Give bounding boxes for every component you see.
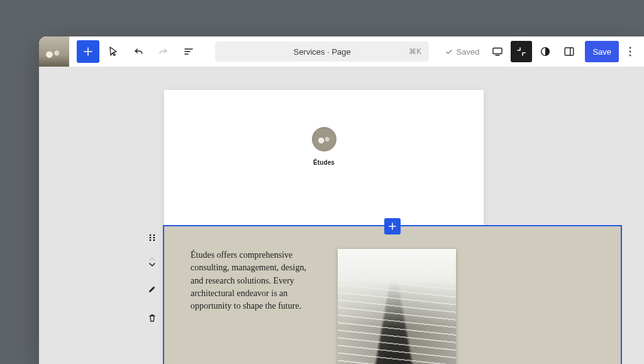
outline-icon — [182, 45, 195, 58]
view-desktop-button[interactable] — [487, 41, 508, 62]
block-tool-stack — [145, 230, 160, 326]
block-columns: Études offers comprehensive consulting, … — [164, 226, 621, 364]
styles-button[interactable] — [535, 41, 556, 62]
check-icon — [445, 47, 453, 56]
pointer-icon — [107, 45, 119, 58]
move-up-down[interactable] — [145, 255, 160, 268]
svg-rect-0 — [493, 48, 502, 54]
saved-indicator: Saved — [445, 47, 480, 57]
select-tool-button[interactable] — [102, 40, 125, 63]
desktop-icon — [491, 45, 504, 58]
plus-icon — [387, 221, 397, 231]
svg-point-4 — [629, 50, 631, 52]
block-paragraph[interactable]: Études offers comprehensive consulting, … — [191, 249, 314, 364]
svg-point-10 — [150, 240, 152, 241]
command-bar[interactable]: Services · Page ⌘K — [215, 41, 429, 62]
command-bar-shortcut: ⌘K — [409, 47, 421, 56]
edit-button[interactable] — [145, 282, 160, 297]
site-title[interactable]: Études — [313, 159, 335, 166]
sidebar-icon — [563, 45, 575, 58]
add-block-before-button[interactable] — [384, 218, 401, 234]
svg-rect-2 — [565, 48, 574, 55]
site-logo[interactable] — [312, 127, 336, 152]
undo-button[interactable] — [127, 40, 150, 63]
undo-icon — [132, 45, 145, 58]
saved-label: Saved — [457, 47, 480, 57]
edit-surface: Études Études offers comprehensive consu… — [39, 67, 644, 364]
chevron-down-icon — [148, 262, 156, 267]
delete-button[interactable] — [145, 311, 160, 326]
plus-icon — [82, 45, 94, 58]
contrast-icon — [539, 45, 552, 58]
save-button[interactable]: Save — [585, 41, 619, 62]
page-canvas[interactable]: Études Études offers comprehensive consu… — [164, 90, 484, 364]
editor-window: Services · Page ⌘K Saved Save — [39, 36, 644, 364]
drag-icon — [148, 233, 157, 242]
svg-point-11 — [153, 240, 155, 241]
pencil-icon — [147, 284, 157, 294]
redo-button[interactable] — [152, 40, 175, 63]
settings-sidebar-button[interactable] — [558, 41, 580, 62]
svg-point-8 — [150, 237, 152, 239]
zoom-fit-button[interactable] — [511, 41, 532, 62]
chevron-up-icon — [148, 256, 156, 262]
site-icon-chip[interactable] — [39, 36, 69, 67]
fullscreen-exit-icon — [516, 46, 527, 57]
insert-block-button[interactable] — [77, 40, 99, 63]
more-menu-button[interactable] — [621, 47, 639, 57]
svg-point-5 — [629, 54, 631, 56]
selected-block[interactable]: Études offers comprehensive consulting, … — [164, 226, 621, 364]
command-bar-label: Services · Page — [294, 47, 351, 57]
redo-icon — [157, 45, 170, 58]
svg-point-6 — [150, 234, 152, 236]
site-header: Études — [164, 90, 484, 203]
svg-point-9 — [153, 237, 155, 239]
trash-icon — [147, 313, 157, 323]
document-outline-button[interactable] — [177, 40, 200, 63]
block-image[interactable] — [338, 249, 456, 364]
svg-point-3 — [629, 47, 631, 48]
top-toolbar: Services · Page ⌘K Saved Save — [39, 36, 644, 67]
svg-point-7 — [153, 234, 155, 236]
drag-handle[interactable] — [145, 230, 160, 245]
kebab-icon — [629, 47, 631, 57]
